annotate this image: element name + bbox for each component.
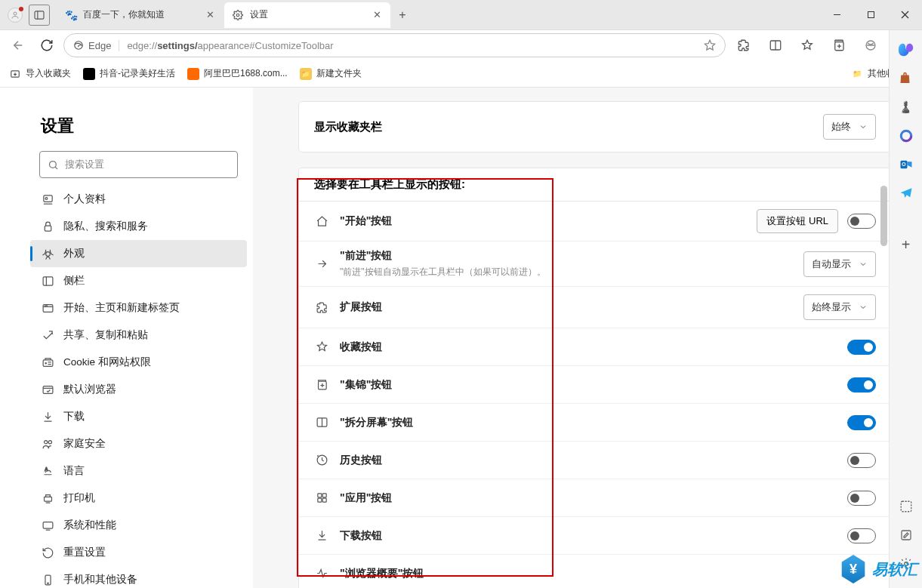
row-body: "拆分屏幕"按钮: [340, 416, 837, 429]
rail-add-icon[interactable]: +: [896, 234, 917, 255]
nav-label: 开始、主页和新建标签页: [63, 301, 180, 315]
rail-telegram-icon[interactable]: [896, 183, 917, 204]
watermark-logo-icon: ¥: [840, 555, 866, 583]
back-button[interactable]: [6, 33, 30, 57]
svg-text:O: O: [902, 162, 905, 167]
toggle-switch[interactable]: [847, 453, 876, 468]
rail-shopping-icon[interactable]: [896, 68, 917, 89]
row-label: "拆分屏幕"按钮: [340, 416, 837, 429]
sidebar-item-7[interactable]: 默认浏览器: [30, 376, 247, 403]
browser-tab-settings[interactable]: 设置 ✕: [224, 2, 390, 28]
url-input[interactable]: Edge edge://settings/appearance#Customiz…: [63, 33, 726, 57]
sidebar-item-10[interactable]: A语言: [30, 457, 247, 485]
row-dropdown[interactable]: 始终显示: [803, 294, 876, 320]
svg-rect-61: [901, 501, 911, 512]
chevron-down-icon: [859, 122, 868, 131]
maximize-button[interactable]: [854, 4, 888, 26]
split-screen-icon[interactable]: [762, 33, 789, 57]
nav-icon: [41, 274, 54, 288]
minimize-button[interactable]: [820, 4, 854, 26]
svg-rect-62: [902, 531, 911, 540]
bookmark-label: 阿里巴巴1688.com...: [204, 67, 288, 80]
rail-office-icon[interactable]: [896, 125, 917, 146]
nav-icon: A: [41, 464, 54, 478]
close-tab-icon[interactable]: ✕: [204, 9, 216, 20]
tab-actions-icon[interactable]: [29, 5, 50, 26]
main-scrollbar-thumb[interactable]: [880, 186, 887, 246]
sidebar-item-5[interactable]: 共享、复制和粘贴: [30, 322, 247, 349]
url-path: edge://settings/appearance#CustomizeTool…: [127, 40, 704, 51]
watermark-text: 易软汇: [872, 559, 917, 580]
sidebar-item-4[interactable]: 开始、主页和新建标签页: [30, 294, 247, 322]
sidebar-item-12[interactable]: 系统和性能: [30, 512, 247, 539]
nav-label: 个人资料: [63, 192, 106, 206]
toggle-switch[interactable]: [847, 415, 876, 430]
favorites-bar-dropdown[interactable]: 始终: [823, 114, 876, 140]
rail-edit-icon[interactable]: [896, 525, 917, 546]
row-actions: [847, 415, 876, 430]
svg-marker-9: [705, 40, 714, 50]
row-icon: [314, 528, 329, 543]
sidebar-item-1[interactable]: 隐私、搜索和服务: [30, 213, 247, 240]
copilot-icon[interactable]: [896, 39, 917, 60]
svg-point-36: [44, 440, 47, 443]
row-body: 收藏按钮: [340, 340, 837, 354]
svg-rect-24: [43, 276, 53, 285]
bookmark-item[interactable]: 📁新建文件夹: [300, 67, 362, 80]
collections-icon[interactable]: [825, 33, 853, 57]
toolbar-row: "应用"按钮: [299, 479, 891, 516]
profile-avatar[interactable]: [8, 8, 23, 23]
import-favorites-button[interactable]: 导入收藏夹: [9, 67, 71, 80]
svg-rect-54: [322, 494, 326, 497]
toolbar-row: "前进"按钮 "前进"按钮自动显示在工具栏中（如果可以前进）。 自动显示: [299, 241, 891, 286]
folder-icon: 📁: [851, 68, 863, 80]
row-actions: 设置按钮 URL: [757, 209, 876, 233]
nav-icon: [41, 383, 54, 396]
svg-rect-40: [43, 522, 53, 528]
extensions-icon[interactable]: [730, 33, 757, 57]
search-icon: [48, 159, 59, 171]
close-tab-icon[interactable]: ✕: [371, 9, 383, 20]
sidebar-item-0[interactable]: 个人资料: [30, 186, 247, 213]
close-window-button[interactable]: [888, 4, 922, 26]
set-url-button[interactable]: 设置按钮 URL: [757, 209, 838, 233]
settings-main-panel: 显示收藏夹栏 始终 选择要在工具栏上显示的按钮: "开始"按钮 设置按钮 URL…: [253, 88, 922, 588]
svg-rect-55: [317, 498, 321, 502]
ie-mode-icon[interactable]: [857, 33, 884, 57]
refresh-button[interactable]: [35, 33, 59, 57]
nav-icon: [41, 220, 54, 233]
address-bar: Edge edge://settings/appearance#Customiz…: [0, 30, 922, 60]
rail-outlook-icon[interactable]: O: [896, 154, 917, 175]
favorite-star-icon[interactable]: [704, 39, 716, 51]
rail-games-icon[interactable]: ♟️: [896, 97, 917, 118]
toggle-switch[interactable]: [847, 340, 876, 355]
bookmark-item[interactable]: 抖音-记录美好生活: [83, 67, 175, 80]
toggle-switch[interactable]: [847, 214, 876, 229]
sidebar-item-6[interactable]: Cookie 和网站权限: [30, 349, 247, 376]
nav-icon: [41, 573, 54, 586]
row-dropdown[interactable]: 自动显示: [803, 251, 876, 277]
browser-tab-baidu[interactable]: 🐾 百度一下，你就知道 ✕: [57, 2, 224, 28]
new-tab-button[interactable]: +: [391, 8, 414, 22]
sidebar-item-14[interactable]: 手机和其他设备: [30, 566, 247, 588]
toolbar-row: 下载按钮: [299, 516, 891, 554]
nav-icon: [41, 192, 54, 206]
sidebar-item-13[interactable]: 重置设置: [30, 539, 247, 566]
toggle-switch[interactable]: [847, 528, 876, 543]
edge-url-prefix: Edge: [73, 40, 119, 51]
favorites-icon[interactable]: [794, 33, 821, 57]
sidebar-item-3[interactable]: 侧栏: [30, 267, 247, 294]
bookmark-item[interactable]: 阿里巴巴1688.com...: [187, 67, 288, 80]
dropdown-value: 始终显示: [812, 300, 851, 314]
toggle-switch[interactable]: [847, 491, 876, 506]
toolbar-buttons-list: "开始"按钮 设置按钮 URL "前进"按钮 "前进"按钮自动显示在工具栏中（如…: [298, 201, 892, 588]
toggle-switch[interactable]: [847, 377, 876, 393]
sidebar-item-11[interactable]: 打印机: [30, 485, 247, 512]
nav-icon: [41, 356, 54, 369]
rail-screenshot-icon[interactable]: [896, 496, 917, 517]
sidebar-item-9[interactable]: 家庭安全: [30, 430, 247, 457]
settings-search-input[interactable]: 搜索设置: [39, 151, 238, 178]
sidebar-item-2[interactable]: 外观: [30, 240, 247, 267]
bookmark-favicon-icon: [83, 68, 95, 80]
sidebar-item-8[interactable]: 下载: [30, 403, 247, 430]
